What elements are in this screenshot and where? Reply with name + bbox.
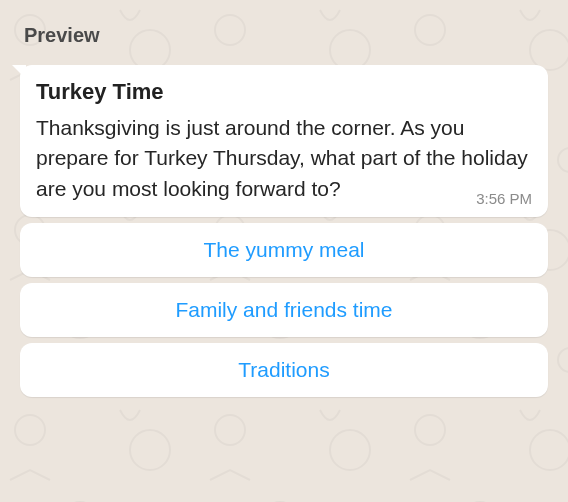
preview-heading: Preview: [24, 24, 548, 47]
reply-option-2[interactable]: Family and friends time: [20, 283, 548, 337]
reply-option-3[interactable]: Traditions: [20, 343, 548, 397]
preview-container: Preview Turkey Time Thanksgiving is just…: [0, 0, 568, 421]
message-bubble: Turkey Time Thanksgiving is just around …: [20, 65, 548, 217]
message-title: Turkey Time: [36, 79, 532, 105]
reply-option-1[interactable]: The yummy meal: [20, 223, 548, 277]
